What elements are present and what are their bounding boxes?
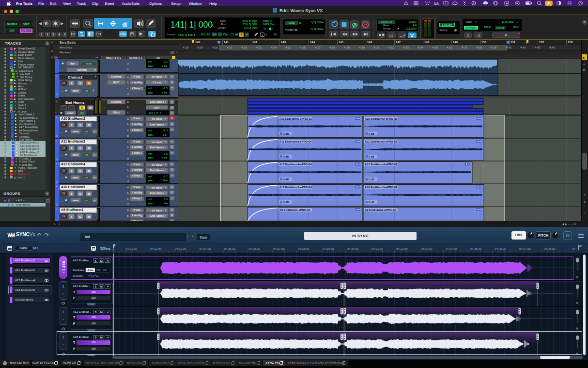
svg-text:A12 EndHarm4-ePRO-02: A12 EndHarm4-ePRO-02 bbox=[365, 163, 397, 166]
svg-text:A9 EndHarm1-ePRO-02: A9 EndHarm1-ePRO-02 bbox=[365, 208, 396, 211]
svg-text:UA: UA bbox=[434, 2, 439, 5]
svg-text:{△}: {△} bbox=[389, 34, 393, 37]
svg-text:0 dB: 0 dB bbox=[369, 201, 374, 204]
svg-text:A11 EndHarm3-ePRO-04: A11 EndHarm3-ePRO-04 bbox=[279, 140, 312, 143]
svg-text:P: P bbox=[364, 23, 367, 27]
svg-text:A18 EndHarm5-ePRO-02: A18 EndHarm5-ePRO-02 bbox=[365, 186, 397, 189]
svg-text:A12 EndHarm4-ePRO-04: A12 EndHarm4-ePRO-04 bbox=[279, 163, 312, 166]
svg-text:A10 EndHarm2-ePRO-02: A10 EndHarm2-ePRO-02 bbox=[365, 117, 397, 120]
svg-text:0 dB: 0 dB bbox=[283, 132, 289, 135]
svg-text:A18 EndHarm5-ePRO-04: A18 EndHarm5-ePRO-04 bbox=[279, 186, 312, 189]
svg-text:0 dB: 0 dB bbox=[369, 178, 374, 181]
svg-text:A10 EndHarm2-ePRO-01: A10 EndHarm2-ePRO-01 bbox=[279, 117, 312, 120]
svg-text:A9 EndHarm1-ePRO-04: A9 EndHarm1-ePRO-04 bbox=[279, 208, 311, 211]
svg-text:0 dB: 0 dB bbox=[283, 155, 289, 158]
svg-text:0 dB: 0 dB bbox=[369, 155, 374, 158]
svg-text:0 dB: 0 dB bbox=[283, 201, 289, 204]
svg-text:A11 EndHarm3-ePRO-02: A11 EndHarm3-ePRO-02 bbox=[365, 140, 397, 143]
svg-text:0 dB: 0 dB bbox=[369, 132, 374, 135]
svg-text:0 dB: 0 dB bbox=[283, 178, 289, 181]
